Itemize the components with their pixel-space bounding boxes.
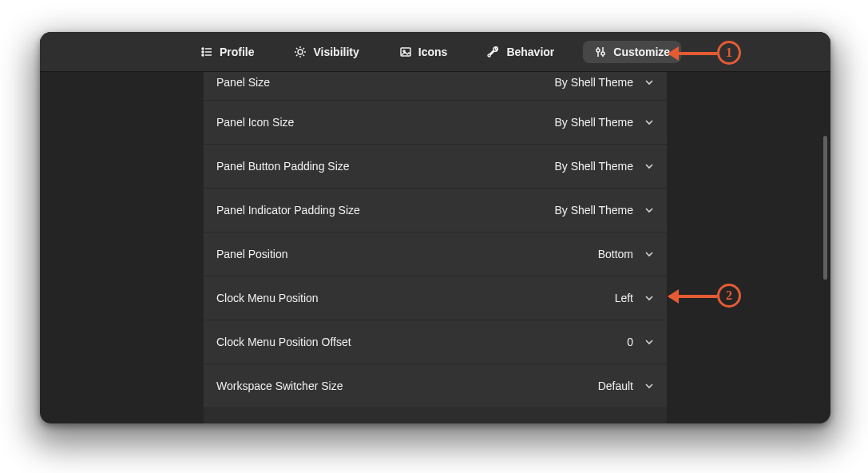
setting-label: Clock Menu Position Offset (216, 336, 351, 348)
setting-row-panel-position[interactable]: Panel Position Bottom (204, 233, 667, 276)
svg-point-18 (597, 49, 600, 52)
setting-value: Bottom (598, 248, 633, 260)
setting-label: Workspace Switcher Size (216, 380, 343, 392)
setting-value: 0 (627, 336, 633, 348)
settings-window: Profile Visibility (40, 32, 830, 423)
setting-row-panel-indicator-padding[interactable]: Panel Indicator Padding Size By Shell Th… (204, 189, 667, 233)
chevron-down-icon (644, 205, 654, 215)
annotation-marker-1: 1 (717, 41, 741, 65)
setting-label: Panel Button Padding Size (216, 160, 350, 173)
settings-list: Panel Size By Shell Theme Panel Icon Siz… (204, 72, 667, 423)
svg-line-14 (303, 48, 305, 50)
svg-point-4 (202, 54, 204, 56)
svg-line-13 (296, 54, 298, 56)
setting-row-panel-button-padding[interactable]: Panel Button Padding Size By Shell Theme (204, 145, 667, 189)
list-icon (200, 46, 213, 58)
setting-label: Panel Icon Size (216, 116, 294, 129)
sun-icon (294, 46, 307, 58)
chevron-down-icon (644, 293, 654, 303)
tab-behavior[interactable]: Behavior (476, 41, 565, 63)
setting-label: Panel Position (216, 248, 288, 260)
setting-value: By Shell Theme (554, 116, 633, 129)
svg-point-20 (601, 52, 604, 55)
image-icon (399, 46, 412, 58)
tab-visibility[interactable]: Visibility (283, 41, 370, 63)
tab-label: Icons (418, 46, 448, 58)
svg-line-12 (303, 54, 305, 56)
svg-point-2 (202, 51, 204, 53)
annotation-number: 1 (726, 46, 732, 60)
chevron-down-icon (644, 161, 654, 171)
tab-label: Profile (220, 46, 255, 58)
setting-value: Default (598, 380, 633, 392)
setting-row-clock-menu-offset[interactable]: Clock Menu Position Offset 0 (204, 320, 667, 364)
setting-label: Panel Indicator Padding Size (216, 204, 360, 217)
tab-label: Customize (613, 46, 670, 58)
setting-row-panel-icon-size[interactable]: Panel Icon Size By Shell Theme (204, 101, 667, 145)
setting-row-partial[interactable] (204, 408, 667, 423)
tab-label: Behavior (506, 46, 554, 58)
setting-row-workspace-switcher-size[interactable]: Workspace Switcher Size Default (204, 364, 667, 408)
tab-profile[interactable]: Profile (189, 41, 266, 63)
chevron-down-icon (644, 337, 654, 347)
setting-row-clock-menu-position[interactable]: Clock Menu Position Left (204, 276, 667, 320)
annotation-arrow-1 (669, 52, 717, 55)
setting-value: By Shell Theme (554, 204, 633, 217)
annotation-arrow-2 (669, 295, 717, 298)
svg-line-11 (296, 48, 298, 50)
setting-value: By Shell Theme (554, 76, 633, 89)
chevron-down-icon (644, 117, 654, 127)
chevron-down-icon (644, 249, 654, 259)
svg-point-0 (202, 48, 204, 50)
tab-customize[interactable]: Customize (583, 41, 681, 63)
tab-icons[interactable]: Icons (388, 41, 459, 63)
chevron-down-icon (644, 78, 654, 87)
sliders-icon (594, 46, 607, 58)
setting-value: Left (615, 292, 633, 304)
scrollbar-thumb[interactable] (823, 136, 827, 280)
setting-value: By Shell Theme (554, 160, 633, 173)
svg-point-6 (298, 50, 303, 54)
setting-row-panel-size[interactable]: Panel Size By Shell Theme (204, 72, 667, 101)
content-area: Panel Size By Shell Theme Panel Icon Siz… (40, 72, 830, 423)
wrench-icon (487, 46, 500, 58)
tab-label: Visibility (313, 46, 359, 58)
annotation-marker-2: 2 (717, 284, 741, 308)
setting-label: Clock Menu Position (216, 292, 319, 304)
chevron-down-icon (644, 381, 654, 391)
setting-label: Panel Size (216, 76, 270, 89)
annotation-number: 2 (726, 288, 732, 303)
